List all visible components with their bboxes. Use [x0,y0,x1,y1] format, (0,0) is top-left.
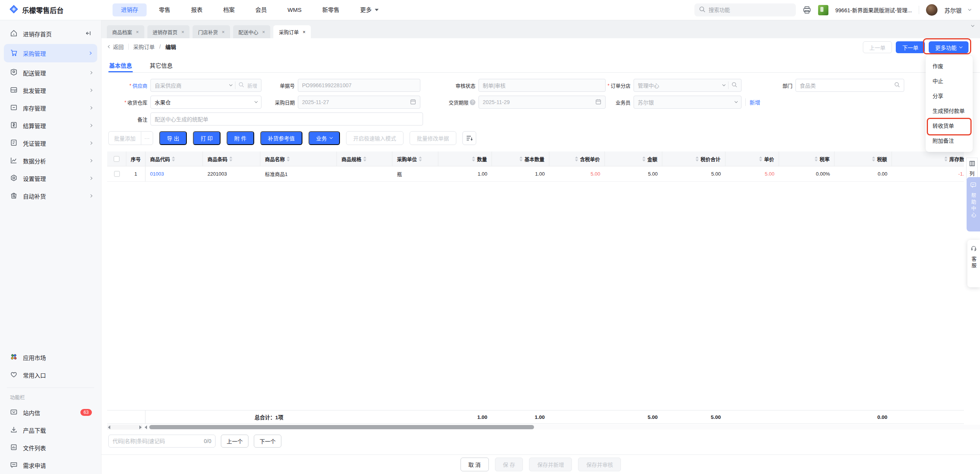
close-icon[interactable]: × [302,29,305,35]
sort-icon[interactable] [872,156,875,161]
tab-other-info[interactable]: 其它信息 [149,58,173,72]
col-price[interactable]: 单价 [725,151,779,166]
search-icon[interactable] [732,82,737,89]
sidebar-item-settlement[interactable]: 结算管理 [0,117,101,134]
prev-order-button[interactable]: 上一单 [863,41,892,53]
global-search[interactable] [694,3,796,16]
table-scrollbar[interactable] [144,425,980,430]
sidebar-item-wholesale[interactable]: 批发管理 [0,81,101,99]
scrollbar-thumb[interactable] [149,425,534,429]
sort-icon[interactable] [759,156,762,161]
sidebar-item-purchase[interactable]: 采购管理 [4,44,97,62]
order-no-input[interactable]: PO99661992281007 [298,79,420,92]
sort-icon[interactable] [472,156,475,161]
order-branch-select[interactable]: 管理中心 [634,79,742,92]
item-tax-price[interactable]: 5.00 [549,166,605,182]
sort-icon[interactable] [229,156,232,161]
menu-item-to-receipt[interactable]: 转收货单 [926,119,973,134]
topnav-archive[interactable]: 档案 [215,3,243,16]
col-amount[interactable]: 金额 [605,151,662,166]
row-checkbox[interactable] [107,166,126,182]
sidebar-item-downloads[interactable]: 产品下载 [0,421,101,439]
scroll-left-icon[interactable] [145,425,147,429]
scroll-left-icon[interactable] [108,425,110,429]
col-barcode[interactable]: 商品条码 [203,151,260,166]
breadcrumb-parent[interactable]: 采购订单 [133,43,155,50]
sort-icon[interactable] [642,156,645,161]
sort-icon[interactable] [519,156,523,161]
attachment-button[interactable]: 附 件 [227,131,254,145]
sort-icon[interactable] [575,156,578,161]
item-code-link[interactable]: 01003 [150,171,164,177]
department-input[interactable]: 食品类 [795,79,904,92]
col-code[interactable]: 商品代码 [145,151,203,166]
topnav-inventory[interactable]: 进销存 [113,3,147,16]
sort-icon[interactable] [287,156,290,161]
remark-input[interactable]: 配送中心生成的统配单 [150,112,423,125]
tab-delivery-center[interactable]: 配送中心× [233,25,271,38]
warehouse-select[interactable]: 水果仓 [150,96,261,109]
tab-inventory-home[interactable]: 进销存首页× [147,25,190,38]
help-center-button[interactable]: 帮助中心 [967,177,980,231]
col-tax-rate[interactable]: 税率 [779,151,835,166]
col-name[interactable]: 商品名称 [260,151,337,166]
sidebar-item-auto-replenish[interactable]: 自动补货 [0,187,101,205]
salesman-add-link[interactable]: 新增 [750,98,760,106]
sort-icon[interactable] [944,156,947,161]
sidebar-item-delivery[interactable]: 配送管理 [0,64,101,81]
deadline-input[interactable]: 2025-11-29 [479,96,606,109]
col-spec[interactable]: 商品规格 [337,151,392,166]
sort-icon[interactable] [363,156,366,161]
audit-status-input[interactable]: 制单|审核 [479,79,606,92]
purchase-date-input[interactable]: 2025-11-27 [298,96,420,109]
batch-modify-button[interactable]: 批量修改单据 [410,131,456,145]
next-item-button[interactable]: 下一个 [254,435,281,448]
search-icon[interactable] [238,82,244,89]
sidebar-item-home[interactable]: 进销存首页 [0,25,101,42]
item-price[interactable]: 5.00 [725,166,779,182]
sidebar-item-favorites[interactable]: 常用入口 [0,366,101,384]
supplier-select[interactable]: 自采供应商 新增 [150,79,261,92]
sidebar-item-voucher[interactable]: 凭证管理 [0,134,101,152]
close-icon[interactable]: × [181,29,185,35]
tabs-chevron-down-icon[interactable] [971,24,974,27]
store-avatar[interactable] [818,5,828,15]
topnav-retail[interactable]: 零售 [150,3,179,16]
search-icon[interactable] [894,82,900,89]
back-button[interactable]: 返回 [108,43,124,50]
tab-purchase-order[interactable]: 采购订单× [273,25,311,38]
topnav-wms[interactable]: WMS [279,3,310,16]
store-name[interactable]: 99661-新界面果蔬版测试-管理... [835,6,912,14]
save-and-new-button[interactable]: 保存并新增 [529,458,572,471]
close-icon[interactable]: × [262,29,265,35]
sort-icon[interactable] [696,156,699,161]
user-avatar[interactable] [926,4,938,16]
replenish-reference-button[interactable]: 补货参考值 [260,131,302,145]
menu-item-void[interactable]: 作废 [926,59,973,74]
menu-item-extra-remark[interactable]: 附加备注 [926,134,973,148]
previous-item-button[interactable]: 上一个 [221,435,248,448]
sidebar-item-settings[interactable]: 设置管理 [0,169,101,187]
close-icon[interactable]: × [136,29,139,35]
col-tax-price[interactable]: 含税单价 [549,151,605,166]
save-and-audit-button[interactable]: 保存并审核 [578,458,621,471]
chevron-down-icon[interactable] [968,8,971,11]
business-button[interactable]: 业务 [309,131,340,145]
sidebar-item-inventory[interactable]: 库存管理 [0,99,101,117]
topnav-report[interactable]: 报表 [183,3,211,16]
customer-service-button[interactable]: 客服 [967,240,980,287]
tab-basic-info[interactable]: 基本信息 [108,58,133,72]
tab-store-replenish[interactable]: 门店补货× [193,25,230,38]
more-functions-button[interactable]: 更多功能 [929,41,969,53]
next-order-button[interactable]: 下一单 [896,41,925,53]
item-search-field[interactable]: 0/0 [108,435,216,448]
save-button[interactable]: 保 存 [495,458,523,471]
user-name[interactable]: 苏尔银 [944,6,962,14]
menu-item-share[interactable]: 分享 [926,89,973,104]
printer-icon[interactable] [803,6,811,14]
topnav-new-retail[interactable]: 新零售 [314,3,348,16]
print-button[interactable]: 打 印 [193,131,220,145]
cancel-button[interactable]: 取 消 [461,458,489,471]
col-stock[interactable]: 库存数量 [892,151,964,166]
sort-icon[interactable] [419,156,422,161]
